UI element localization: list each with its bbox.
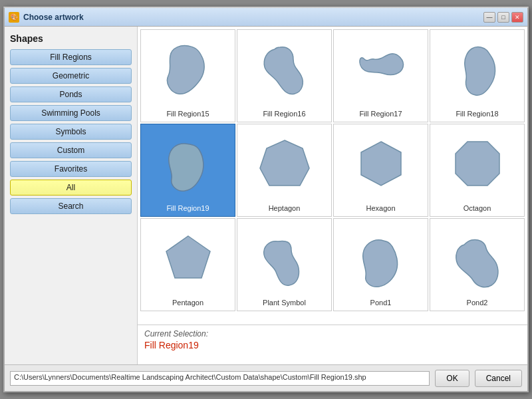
shape-label-fill-region18: Fill Region18 xyxy=(456,110,498,118)
shape-label-pond1: Pond1 xyxy=(370,299,392,307)
shape-label-pentagon: Pentagon xyxy=(172,299,203,307)
shape-label-fill-region16: Fill Region16 xyxy=(263,110,305,118)
window-icon: 🎨 xyxy=(9,12,19,23)
filepath-display: C:\Users\Lynners\Documents\Realtime Land… xyxy=(10,371,430,386)
shape-label-plant-symbol: Plant Symbol xyxy=(263,299,306,307)
shape-preview-plant-symbol xyxy=(248,223,321,296)
svg-marker-1 xyxy=(361,142,401,186)
main-area: Fill Region15 Fill Region16 xyxy=(138,27,527,364)
shape-cell-fill-region18[interactable]: Fill Region18 xyxy=(430,29,525,122)
sidebar-btn-fill-regions[interactable]: Fill Regions xyxy=(10,49,132,65)
shape-cell-plant-symbol[interactable]: Plant Symbol xyxy=(237,218,332,311)
shape-cell-hexagon[interactable]: Hexagon xyxy=(333,124,428,217)
sidebar: Shapes Fill Regions Geometric Ponds Swim… xyxy=(5,27,138,364)
selection-label: Current Selection: xyxy=(144,329,521,338)
shape-cell-fill-region16[interactable]: Fill Region16 xyxy=(237,29,332,122)
close-button[interactable]: ✕ xyxy=(511,12,523,23)
shape-cell-heptagon[interactable]: Heptagon xyxy=(237,124,332,217)
shape-preview-pentagon xyxy=(152,223,225,296)
shape-cell-fill-region19[interactable]: Fill Region19 xyxy=(140,124,235,217)
minimize-button[interactable]: — xyxy=(483,12,495,23)
svg-marker-2 xyxy=(456,142,499,186)
shape-preview-fill-region16 xyxy=(248,34,321,107)
shape-cell-octagon[interactable]: Octagon xyxy=(430,124,525,217)
shape-preview-octagon xyxy=(441,128,514,201)
sidebar-btn-favorites[interactable]: Favorites xyxy=(10,161,132,177)
shape-label-fill-region15: Fill Region15 xyxy=(166,110,209,118)
shape-preview-hexagon xyxy=(344,128,418,201)
shape-label-octagon: Octagon xyxy=(464,204,491,212)
shape-label-heptagon: Heptagon xyxy=(269,204,301,212)
svg-marker-3 xyxy=(166,236,210,278)
ok-button[interactable]: OK xyxy=(435,370,469,387)
shape-preview-heptagon xyxy=(248,128,321,201)
shape-preview-fill-region15 xyxy=(152,34,225,107)
shape-label-fill-region17: Fill Region17 xyxy=(359,110,402,118)
main-window: 🎨 Choose artwork — □ ✕ Shapes Fill Regio… xyxy=(3,7,529,392)
shape-preview-pond2 xyxy=(441,223,514,296)
maximize-button[interactable]: □ xyxy=(497,12,509,23)
shape-cell-fill-region17[interactable]: Fill Region17 xyxy=(333,29,428,122)
sidebar-btn-search[interactable]: Search xyxy=(10,198,132,214)
sidebar-title: Shapes xyxy=(10,33,132,44)
shape-cell-pond2[interactable]: Pond2 xyxy=(430,218,525,311)
footer: C:\Users\Lynners\Documents\Realtime Land… xyxy=(5,364,527,391)
titlebar-buttons: — □ ✕ xyxy=(483,12,523,23)
shape-label-hexagon: Hexagon xyxy=(366,204,395,212)
sidebar-btn-all[interactable]: All xyxy=(10,180,132,196)
selection-bar: Current Selection: Fill Region19 xyxy=(138,325,527,364)
shape-label-pond2: Pond2 xyxy=(467,299,488,307)
sidebar-btn-symbols[interactable]: Symbols xyxy=(10,124,132,140)
shape-grid: Fill Region15 Fill Region16 xyxy=(140,29,525,311)
window-title: Choose artwork xyxy=(23,13,483,22)
titlebar: 🎨 Choose artwork — □ ✕ xyxy=(5,8,527,27)
shape-grid-area[interactable]: Fill Region15 Fill Region16 xyxy=(138,27,527,325)
cancel-button[interactable]: Cancel xyxy=(475,370,522,387)
svg-marker-0 xyxy=(260,140,309,186)
shape-preview-pond1 xyxy=(344,223,418,296)
sidebar-btn-ponds[interactable]: Ponds xyxy=(10,86,132,102)
sidebar-btn-geometric[interactable]: Geometric xyxy=(10,68,132,84)
content-area: Shapes Fill Regions Geometric Ponds Swim… xyxy=(5,27,527,364)
shape-label-fill-region19: Fill Region19 xyxy=(166,204,209,212)
shape-cell-pentagon[interactable]: Pentagon xyxy=(140,218,235,311)
shape-preview-fill-region19 xyxy=(152,128,225,201)
sidebar-btn-swimming-pools[interactable]: Swimming Pools xyxy=(10,105,132,121)
sidebar-btn-custom[interactable]: Custom xyxy=(10,142,132,158)
shape-preview-fill-region17 xyxy=(344,34,418,107)
shape-preview-fill-region18 xyxy=(441,34,514,107)
shape-cell-fill-region15[interactable]: Fill Region15 xyxy=(140,29,235,122)
shape-cell-pond1[interactable]: Pond1 xyxy=(333,218,428,311)
selection-value: Fill Region19 xyxy=(144,340,521,350)
